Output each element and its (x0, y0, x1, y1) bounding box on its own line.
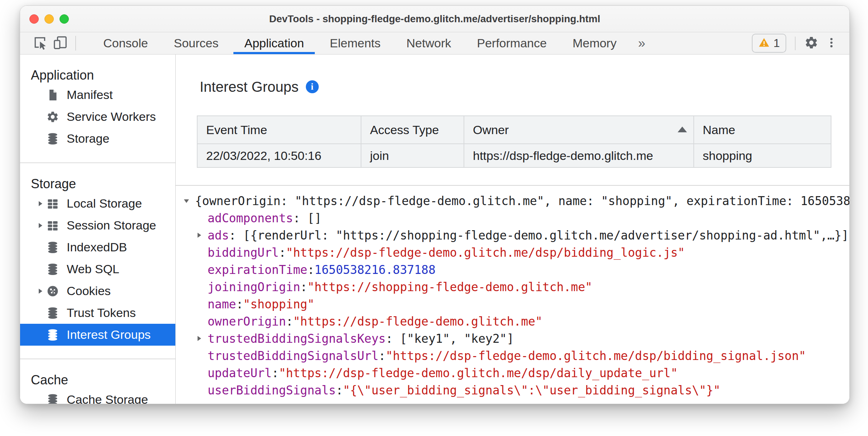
title-bar: DevTools - shopping-fledge-demo.glitch.m… (20, 6, 849, 32)
expander-spacer (36, 242, 46, 252)
settings-button[interactable] (801, 35, 821, 51)
devtools-window: DevTools - shopping-fledge-demo.glitch.m… (20, 5, 850, 404)
interest-groups-panel: Interest Groups i Event TimeAccess TypeO… (176, 54, 849, 404)
tree-row: updateUrl: "https://dsp-fledge-demo.glit… (176, 364, 849, 382)
triangle-down-icon[interactable] (182, 196, 195, 205)
sidebar-item-service-workers[interactable]: Service Workers (20, 106, 175, 128)
warning-count: 1 (773, 37, 780, 50)
triangle-right-icon[interactable] (195, 231, 208, 240)
sidebar-item-label: IndexedDB (67, 240, 127, 254)
sidebar-item-cookies[interactable]: Cookies (20, 280, 175, 302)
file-icon (46, 88, 60, 102)
sidebar-item-label: Local Storage (67, 196, 142, 210)
toolbar-right-group: 1 (752, 32, 849, 54)
table-icon (46, 197, 60, 210)
tab-performance[interactable]: Performance (464, 32, 560, 54)
column-header-access-type[interactable]: Access Type (361, 116, 464, 144)
sidebar-item-cache-storage[interactable]: Cache Storage (20, 389, 175, 404)
sidebar-item-label: Service Workers (67, 110, 156, 124)
property-value: "https://dsp-fledge-demo.glitch.me/dsp/b… (286, 246, 685, 260)
sidebar-item-interest-groups[interactable]: Interest Groups (20, 324, 175, 346)
sidebar-item-label: Interest Groups (67, 328, 151, 342)
sidebar-item-label: Cache Storage (67, 393, 148, 404)
window-title: DevTools - shopping-fledge-demo.glitch.m… (20, 6, 849, 32)
tab-elements[interactable]: Elements (317, 32, 394, 54)
property-name: updateUrl (208, 366, 272, 380)
database-icon (46, 393, 60, 404)
sidebar-item-label: Trust Tokens (67, 306, 136, 320)
property-name: userBiddingSignals (208, 383, 336, 397)
property-value: : (300, 280, 307, 294)
inspect-cursor-icon (33, 35, 47, 51)
tab-network[interactable]: Network (394, 32, 464, 54)
sidebar-section-storage: StorageLocal StorageSession StorageIndex… (20, 175, 175, 359)
application-sidebar: ApplicationManifestService WorkersStorag… (20, 54, 176, 404)
database-icon (46, 262, 60, 276)
tree-row: name: "shopping" (176, 295, 849, 313)
column-header-label: Access Type (370, 123, 439, 137)
expander-spacer (36, 90, 46, 100)
customize-menu-button[interactable] (821, 37, 841, 50)
tree-row: joiningOrigin: "https://shopping-fledge-… (176, 278, 849, 295)
tree-row: adComponents: [] (176, 209, 849, 227)
expander-spacer (36, 308, 46, 318)
tab-memory[interactable]: Memory (560, 32, 630, 54)
property-value: : [] (293, 211, 321, 225)
property-name: adComponents (208, 211, 293, 225)
gear-icon (804, 35, 819, 51)
column-header-owner[interactable]: Owner (464, 116, 694, 144)
sidebar-item-label: Cookies (67, 284, 111, 298)
property-name: ads (208, 228, 229, 242)
sidebar-section-title: Storage (20, 175, 175, 193)
sidebar-item-trust-tokens[interactable]: Trust Tokens (20, 302, 175, 324)
column-header-label: Owner (473, 123, 509, 137)
sidebar-item-local-storage[interactable]: Local Storage (20, 193, 175, 214)
info-icon[interactable]: i (306, 80, 319, 93)
expand-triangle-icon[interactable] (36, 221, 46, 231)
property-name: joiningOrigin (208, 280, 300, 294)
sidebar-item-session-storage[interactable]: Session Storage (20, 214, 175, 236)
expand-triangle-icon[interactable] (36, 286, 46, 296)
expand-triangle-icon[interactable] (36, 199, 46, 209)
sidebar-item-label: Storage (67, 132, 109, 146)
tree-row[interactable]: trustedBiddingSignalsKeys: ["key1", "key… (176, 330, 849, 347)
property-name: trustedBiddingSignalsKeys (208, 332, 386, 346)
interest-groups-table: Event TimeAccess TypeOwnerName22/03/2022… (197, 115, 831, 168)
tree-row[interactable]: ads: [{renderUrl: "https://shopping-fled… (176, 227, 849, 244)
table-cell: join (361, 144, 464, 167)
triangle-right-icon[interactable] (195, 334, 208, 343)
property-value: "https://shopping-fledge-demo.glitch.me" (307, 280, 592, 294)
property-name: trustedBiddingSignalsUrl (208, 349, 379, 363)
tab-application[interactable]: Application (231, 32, 317, 54)
tree-row[interactable]: {ownerOrigin: "https://dsp-fledge-demo.g… (176, 192, 849, 209)
column-header-name[interactable]: Name (694, 116, 831, 144)
sidebar-section-title: Application (20, 67, 175, 84)
sidebar-item-indexeddb[interactable]: IndexedDB (20, 236, 175, 258)
expander-spacer (36, 330, 46, 340)
sidebar-item-web-sql[interactable]: Web SQL (20, 258, 175, 280)
inspect-element-button[interactable] (30, 32, 50, 54)
interest-group-details-tree: {ownerOrigin: "https://dsp-fledge-demo.g… (176, 186, 849, 404)
tree-row: biddingUrl: "https://dsp-fledge-demo.gli… (176, 244, 849, 261)
table-row[interactable]: 22/03/2022, 10:50:16joinhttps://dsp-fled… (197, 144, 831, 167)
property-value: {ownerOrigin: "https://dsp-fledge-demo.g… (195, 194, 849, 208)
table-cell: 22/03/2022, 10:50:16 (197, 144, 361, 167)
column-header-label: Event Time (206, 123, 267, 137)
tab-console[interactable]: Console (90, 32, 161, 54)
sidebar-item-storage[interactable]: Storage (20, 128, 175, 150)
panel-tabs: ConsoleSourcesApplicationElementsNetwork… (90, 32, 630, 54)
tab-sources[interactable]: Sources (161, 32, 232, 54)
device-toolbar-button[interactable] (50, 32, 70, 54)
sidebar-item-manifest[interactable]: Manifest (20, 84, 175, 106)
property-value: "{\"user_bidding_signals\":\"user_biddin… (343, 383, 721, 397)
issues-warning-badge[interactable]: 1 (752, 34, 786, 53)
more-tabs-button[interactable]: » (630, 32, 654, 54)
property-value: "shopping" (243, 297, 314, 311)
property-value: 1650538216.837188 (314, 263, 436, 277)
expander-spacer (36, 395, 46, 404)
property-value: "https://dsp-fledge-demo.glitch.me" (293, 314, 542, 328)
table-cell: https://dsp-fledge-demo.glitch.me (464, 144, 694, 167)
tree-row: ownerOrigin: "https://dsp-fledge-demo.gl… (176, 313, 849, 330)
column-header-event-time[interactable]: Event Time (197, 116, 361, 144)
warning-triangle-icon (758, 37, 770, 50)
